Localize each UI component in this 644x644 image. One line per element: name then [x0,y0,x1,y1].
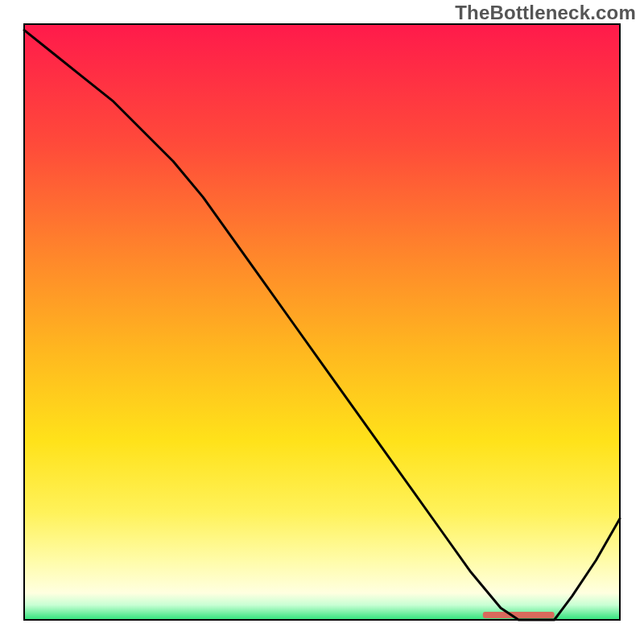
optimal-band-marker [483,612,555,618]
chart-container: TheBottleneck.com [0,0,644,644]
watermark-label: TheBottleneck.com [455,2,636,24]
bottleneck-chart [0,0,644,644]
chart-background [24,24,620,620]
